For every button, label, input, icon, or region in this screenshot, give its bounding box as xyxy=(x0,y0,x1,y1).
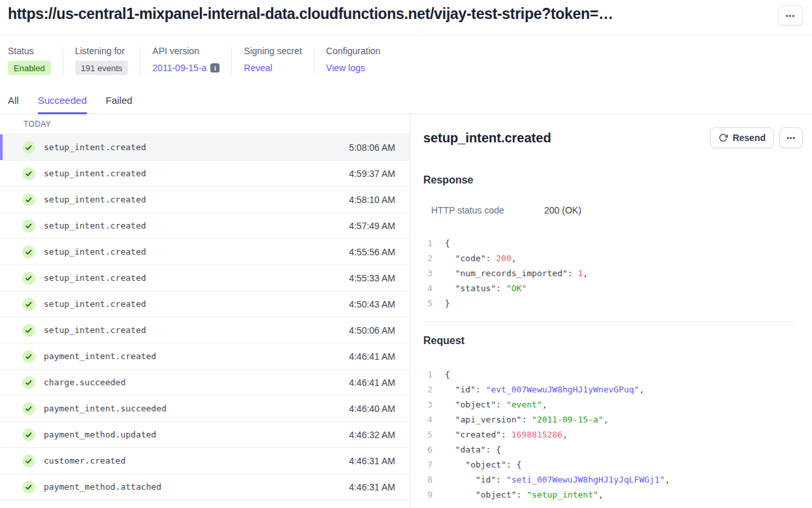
code-line: 3 "num_records_imported": 1, xyxy=(423,266,803,281)
line-code: "code": 200, xyxy=(445,251,517,266)
event-detail-title: setup_intent.created xyxy=(423,131,551,146)
line-number: 9 xyxy=(423,487,432,502)
line-number: 5 xyxy=(423,296,432,311)
tab-succeeded[interactable]: Succeeded xyxy=(38,95,87,114)
success-check-icon xyxy=(22,298,35,311)
event-row[interactable]: setup_intent.created 4:58:10 AM xyxy=(0,187,410,213)
configuration-label: Configuration xyxy=(326,46,380,56)
event-row[interactable]: setup_intent.created 4:55:56 AM xyxy=(0,239,410,265)
code-line: 1 { xyxy=(423,236,803,251)
success-check-icon xyxy=(22,454,35,468)
signing-secret-label: Signing secret xyxy=(244,46,302,56)
event-row[interactable]: setup_intent.created 4:55:33 AM xyxy=(0,265,410,291)
code-line: 2 "id": "evt_007WewuJW8hgHJ1yWnevGPuq", xyxy=(423,382,803,397)
code-line: 1 { xyxy=(423,367,803,382)
code-line: 7 "object": { xyxy=(423,457,803,472)
event-row[interactable]: payment_method.updated 4:46:32 AM xyxy=(0,422,410,448)
tab-all[interactable]: All xyxy=(8,95,19,114)
event-name: payment_intent.succeeded xyxy=(44,404,167,413)
tab-failed[interactable]: Failed xyxy=(106,95,133,114)
line-number: 2 xyxy=(423,382,432,397)
summary-configuration: Configuration View logs xyxy=(326,46,380,75)
reveal-secret-link[interactable]: Reveal xyxy=(244,63,272,73)
event-row[interactable]: setup_intent.created 4:57:49 AM xyxy=(0,213,410,239)
event-name: setup_intent.created xyxy=(44,195,146,204)
event-time: 4:46:32 AM xyxy=(349,430,395,440)
line-number: 3 xyxy=(423,266,432,281)
line-code: "object": { xyxy=(445,457,521,472)
info-icon[interactable]: i xyxy=(210,63,219,72)
event-row[interactable]: setup_intent.created 4:59:37 AM xyxy=(0,161,410,187)
line-number: 1 xyxy=(423,236,432,251)
http-status-label: HTTP status code xyxy=(431,205,544,215)
event-row[interactable]: payment_method.attached 4:46:31 AM xyxy=(0,474,410,500)
header-overflow-menu-button[interactable]: ••• xyxy=(778,5,803,25)
page-title: https://us-central1-mixpanel-internal-da… xyxy=(8,5,613,23)
event-time: 4:46:41 AM xyxy=(349,377,395,388)
success-check-icon xyxy=(22,324,35,337)
event-row[interactable]: charge.succeeded 4:46:41 AM xyxy=(0,370,410,396)
code-line: 2 "code": 200, xyxy=(423,251,803,266)
endpoint-summary: Status Enabled Listening for 191 events … xyxy=(0,36,812,75)
line-number: 8 xyxy=(423,472,432,487)
event-time: 4:46:31 AM xyxy=(349,482,395,492)
event-name: customer.created xyxy=(44,456,125,466)
success-check-icon xyxy=(22,481,35,494)
summary-listening: Listening for 191 events xyxy=(75,46,129,75)
detail-overflow-menu-button[interactable]: ••• xyxy=(779,127,803,148)
success-check-icon xyxy=(22,246,35,259)
summary-divider xyxy=(140,47,140,75)
request-code-block: 1 { 2 "id": "evt_007WewuJW8hgHJ1yWnevGPu… xyxy=(423,367,803,502)
event-time: 4:55:56 AM xyxy=(349,247,395,257)
event-name: setup_intent.created xyxy=(44,168,146,178)
summary-divider xyxy=(314,47,314,75)
line-number: 4 xyxy=(423,412,432,427)
success-check-icon xyxy=(22,167,35,180)
page-header: https://us-central1-mixpanel-internal-da… xyxy=(0,0,812,36)
response-section-heading: Response xyxy=(423,174,803,186)
line-code: "created": 1698815286, xyxy=(445,427,568,442)
code-line: 8 "id": "seti_007WewuJW8hgHJ1yJqLFWGj1", xyxy=(423,472,803,487)
event-name: payment_method.updated xyxy=(44,430,156,439)
event-time: 4:46:40 AM xyxy=(349,404,395,414)
event-row[interactable]: customer.created 4:46:31 AM xyxy=(0,448,410,474)
api-version-link[interactable]: 2011-09-15-a xyxy=(152,63,206,73)
line-code: "object": "event", xyxy=(445,397,547,412)
event-name: setup_intent.created xyxy=(44,273,146,283)
summary-api-version: API version 2011-09-15-a i xyxy=(152,46,219,75)
line-code: "id": "seti_007WewuJW8hgHJ1yJqLFWGj1", xyxy=(445,472,670,487)
view-logs-link[interactable]: View logs xyxy=(326,63,365,73)
line-number: 1 xyxy=(423,367,432,382)
event-row[interactable]: setup_intent.created 5:08:06 AM xyxy=(0,135,410,161)
event-row[interactable]: setup_intent.created 4:50:43 AM xyxy=(0,291,410,317)
summary-divider xyxy=(231,47,232,75)
event-name: setup_intent.created xyxy=(44,325,146,335)
code-line: 6 "data": { xyxy=(423,442,803,457)
event-name: setup_intent.created xyxy=(44,299,146,309)
line-code: } xyxy=(445,296,450,311)
line-number: 7 xyxy=(423,457,432,472)
event-row[interactable]: payment_intent.created 4:46:41 AM xyxy=(0,343,410,370)
event-time: 4:46:31 AM xyxy=(349,456,395,466)
success-check-icon xyxy=(22,272,35,285)
event-name: payment_method.attached xyxy=(44,482,161,492)
event-time: 4:59:37 AM xyxy=(349,168,395,179)
event-time: 4:57:49 AM xyxy=(349,221,395,231)
request-section-heading: Request xyxy=(423,335,803,347)
line-code: "api_version": "2011-09-15-a", xyxy=(445,412,608,427)
line-number: 2 xyxy=(423,251,432,266)
line-number: 5 xyxy=(423,427,432,442)
event-time: 4:50:06 AM xyxy=(349,325,395,336)
resend-label: Resend xyxy=(732,133,766,143)
event-group-header: TODAY xyxy=(0,114,410,135)
main-content: TODAY setup_intent.created 5:08:06 AM se… xyxy=(0,114,812,508)
event-row[interactable]: payment_intent.succeeded 4:46:40 AM xyxy=(0,396,410,422)
summary-status: Status Enabled xyxy=(8,46,51,75)
resend-button[interactable]: Resend xyxy=(710,127,774,148)
line-code: "object": "setup_intent", xyxy=(445,487,604,502)
success-check-icon xyxy=(22,428,35,441)
event-row[interactable]: setup_intent.created 4:50:06 AM xyxy=(0,317,410,343)
events-count-badge: 191 events xyxy=(75,61,129,75)
line-code: "data": { xyxy=(445,442,501,457)
code-line: 9 "object": "setup_intent", xyxy=(423,487,803,502)
